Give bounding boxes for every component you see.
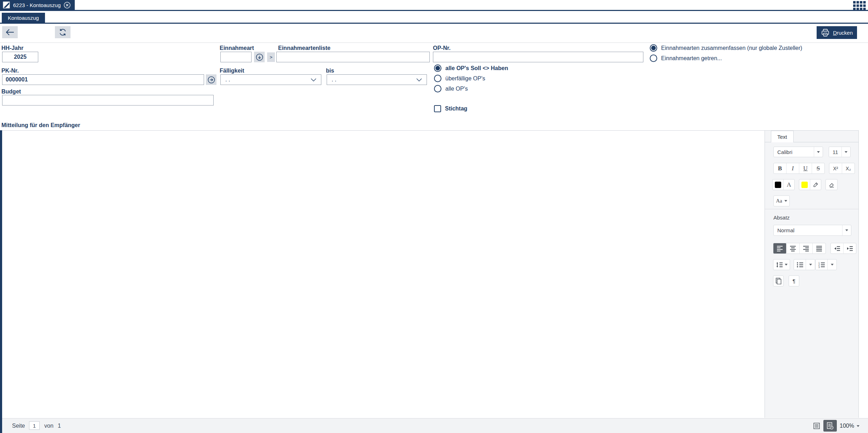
mitteilung-label: Mitteilung für den Empfänger	[1, 122, 80, 129]
tabbar-divider	[0, 23, 868, 24]
status-bar	[0, 418, 868, 433]
tab-kontoauszug[interactable]: Kontoauszug	[2, 13, 45, 23]
highlighter-button[interactable]	[810, 180, 821, 190]
page-total: 1	[58, 423, 61, 429]
indent-icon	[846, 245, 853, 252]
radio-label: Einnahmearten zusammenfassen (nur global…	[661, 45, 802, 51]
chevron-down-icon	[311, 78, 316, 81]
stichtag-checkbox-row[interactable]: Stichtag	[434, 105, 467, 112]
budget-input[interactable]	[2, 95, 214, 106]
font-family-select[interactable]: Calibri	[773, 147, 823, 157]
show-paragraph-marks-button[interactable]: ¶	[789, 276, 799, 286]
print-button-label: Drucken	[833, 30, 853, 36]
alignment-group	[773, 243, 826, 254]
apps-grid-icon[interactable]	[853, 1, 866, 10]
back-button[interactable]	[2, 26, 18, 38]
bis-value: . .	[332, 76, 336, 83]
bullet-list-button[interactable]	[794, 260, 806, 270]
print-button[interactable]: Drucken	[817, 26, 857, 39]
tab-text-label: Text	[777, 134, 787, 140]
radio-label: Einnahmearten getren...	[661, 55, 722, 62]
font-size-select[interactable]: 11	[829, 147, 851, 157]
highlight-color-swatch[interactable]	[799, 180, 810, 190]
outdent-button[interactable]	[831, 243, 843, 253]
paragraph-style-select[interactable]: Normal	[773, 225, 851, 236]
bullet-list-group	[794, 259, 815, 270]
line-spacing-button[interactable]	[773, 260, 790, 270]
hh-jahr-input[interactable]	[2, 52, 38, 62]
bis-select[interactable]: . .	[327, 74, 427, 85]
align-justify-button[interactable]	[812, 243, 825, 253]
font-color-swatch[interactable]	[773, 180, 783, 190]
font-color-button[interactable]: A	[783, 180, 794, 190]
page-number-input[interactable]	[29, 421, 40, 430]
subscript-button[interactable]: X₂	[842, 163, 855, 173]
black-swatch-icon	[775, 182, 781, 188]
text-page-icon	[813, 422, 821, 430]
radio-einnahmearten-zusammenfassen[interactable]: Einnahmearten zusammenfassen (nur global…	[650, 44, 802, 52]
radio-icon	[650, 44, 657, 52]
highlighter-pen-icon	[812, 182, 819, 188]
printer-icon	[821, 28, 830, 37]
zoom-value: 100%	[840, 423, 854, 429]
indent-button[interactable]	[843, 243, 856, 253]
einnahmeartenliste-input[interactable]	[276, 52, 430, 62]
numbered-list-icon: 123	[818, 262, 825, 268]
radio-einnahmearten-getrennt[interactable]: Einnahmearten getren...	[650, 55, 722, 62]
italic-button[interactable]: I	[786, 163, 799, 173]
radio-alle-ops-soll-haben[interactable]: alle OP's Soll <> Haben	[434, 64, 508, 72]
dropdown-arrow-icon	[784, 200, 787, 202]
dropdown-arrow-icon	[785, 264, 788, 266]
pk-nr-lookup-button[interactable]	[206, 74, 216, 85]
faelligkeit-select[interactable]: . .	[220, 74, 321, 85]
numbered-list-button[interactable]: 123	[816, 260, 827, 270]
change-case-button[interactable]: Aa	[774, 196, 789, 206]
einnahmeart-expand-button[interactable]: >	[267, 52, 275, 62]
zoom-control[interactable]: 100%	[840, 423, 859, 429]
clear-formatting-button[interactable]	[826, 180, 837, 190]
outdent-icon	[834, 245, 841, 252]
radio-icon	[650, 55, 657, 62]
window-tab[interactable]: 6223 - Kontoauszug	[0, 0, 75, 10]
page-break-group	[773, 275, 784, 286]
radio-icon	[434, 64, 441, 72]
mitteilung-editor[interactable]	[2, 130, 765, 418]
dropdown-arrow-icon	[809, 264, 812, 266]
pilcrow-group: ¶	[789, 275, 799, 286]
paragraph-style-value: Normal	[774, 225, 842, 235]
superscript-button[interactable]: X²	[829, 163, 842, 173]
underline-button[interactable]: U	[799, 163, 812, 173]
align-left-icon	[776, 245, 783, 252]
einnahmeart-input[interactable]	[220, 52, 252, 62]
script-group: X² X₂	[829, 163, 855, 174]
pk-nr-input[interactable]	[2, 74, 204, 85]
dropdown-arrow-icon	[857, 425, 859, 427]
change-case-label: Aa	[776, 198, 782, 204]
align-left-button[interactable]	[773, 243, 786, 253]
radio-alle-ops[interactable]: alle OP's	[434, 85, 468, 92]
op-nr-input[interactable]	[433, 52, 643, 62]
bold-button[interactable]: B	[774, 163, 786, 173]
strikethrough-button[interactable]: S	[812, 163, 824, 173]
reading-view-button[interactable]	[812, 421, 821, 431]
font-color-group: A	[772, 179, 795, 190]
close-icon[interactable]	[64, 2, 71, 8]
numbered-list-dropdown[interactable]	[827, 260, 836, 270]
page-break-button[interactable]	[773, 276, 783, 286]
tab-text[interactable]: Text	[771, 131, 794, 142]
toolbar-divider	[0, 42, 868, 43]
einnahmeart-label: Einnahmeart	[220, 45, 254, 51]
refresh-button[interactable]	[55, 26, 71, 38]
tab-kontoauszug-label: Kontoauszug	[8, 15, 39, 21]
yellow-swatch-icon	[801, 182, 808, 188]
align-center-button[interactable]	[786, 243, 799, 253]
clear-format-group	[825, 179, 838, 190]
align-right-button[interactable]	[799, 243, 812, 253]
dropdown-arrow-icon	[831, 264, 834, 266]
page-preview-button[interactable]	[823, 420, 837, 432]
bullet-list-dropdown[interactable]	[806, 260, 815, 270]
einnahmeart-picker-button[interactable]	[254, 52, 265, 62]
radio-ueberfaellige-ops[interactable]: überfällige OP's	[434, 75, 485, 82]
page-label: Seite	[12, 423, 25, 429]
dropdown-arrow-icon	[841, 147, 850, 157]
